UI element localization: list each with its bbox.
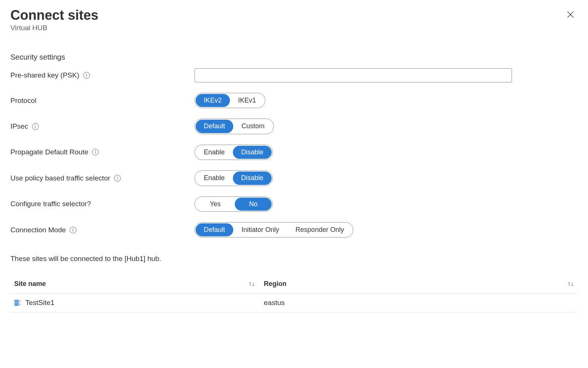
col-header-site-name[interactable]: Site name xyxy=(14,280,46,288)
row-configure-selector: Configure traffic selector? Yes No xyxy=(10,196,578,212)
psk-label: Pre-shared key (PSK) xyxy=(10,71,79,79)
connection-mode-option-initiator[interactable]: Initiator Only xyxy=(233,223,287,236)
sites-table: Site name ↑↓ Region ↑↓ xyxy=(10,275,578,312)
connection-mode-option-default[interactable]: Default xyxy=(196,223,233,236)
page-subtitle: Virtual HUB xyxy=(10,24,98,32)
policy-selector-option-enable[interactable]: Enable xyxy=(196,172,233,185)
policy-selector-option-disable[interactable]: Disable xyxy=(233,172,272,185)
svg-rect-3 xyxy=(15,301,16,302)
policy-selector-toggle: Enable Disable xyxy=(195,170,273,186)
protocol-toggle: IKEv2 IKEv1 xyxy=(195,93,265,108)
svg-rect-5 xyxy=(15,302,16,303)
connection-mode-label: Connection Mode xyxy=(10,226,66,234)
protocol-option-ikev1[interactable]: IKEv1 xyxy=(230,94,264,107)
propagate-option-disable[interactable]: Disable xyxy=(233,146,272,159)
row-protocol: Protocol IKEv2 IKEv1 xyxy=(10,93,578,108)
site-name-cell: TestSite1 xyxy=(25,299,54,307)
svg-rect-4 xyxy=(17,301,18,302)
connection-mode-toggle: Default Initiator Only Responder Only xyxy=(195,222,353,238)
row-propagate: Propagate Default Route i Enable Disable xyxy=(10,145,578,160)
site-icon xyxy=(14,299,22,306)
protocol-label: Protocol xyxy=(10,97,37,105)
row-policy-selector: Use policy based traffic selector i Enab… xyxy=(10,170,578,186)
propagate-label: Propagate Default Route xyxy=(10,148,88,156)
configure-selector-toggle: Yes No xyxy=(195,196,273,212)
sort-icon[interactable]: ↑↓ xyxy=(249,280,255,288)
section-title: Security settings xyxy=(10,53,578,62)
psk-input[interactable] xyxy=(195,68,512,82)
propagate-toggle: Enable Disable xyxy=(195,145,273,160)
ipsec-toggle: Default Custom xyxy=(195,119,274,134)
svg-rect-8 xyxy=(17,303,18,305)
info-icon[interactable]: i xyxy=(70,227,76,233)
svg-rect-7 xyxy=(15,303,16,305)
row-ipsec: IPsec i Default Custom xyxy=(10,119,578,134)
svg-rect-6 xyxy=(17,302,18,303)
col-header-region[interactable]: Region xyxy=(264,280,287,288)
info-icon[interactable]: i xyxy=(92,149,99,155)
policy-selector-label: Use policy based traffic selector xyxy=(10,174,110,182)
ipsec-option-default[interactable]: Default xyxy=(196,120,233,133)
info-icon[interactable]: i xyxy=(83,72,90,79)
svg-rect-2 xyxy=(15,300,19,306)
row-psk: Pre-shared key (PSK) i xyxy=(10,68,578,82)
site-region-cell: eastus xyxy=(264,299,285,307)
close-button[interactable] xyxy=(563,7,578,22)
sort-icon[interactable]: ↑↓ xyxy=(568,280,574,288)
ipsec-option-custom[interactable]: Custom xyxy=(233,120,273,133)
protocol-option-ikev2[interactable]: IKEv2 xyxy=(196,94,230,107)
configure-selector-option-no[interactable]: No xyxy=(235,198,272,211)
info-icon[interactable]: i xyxy=(32,123,39,130)
connection-mode-option-responder[interactable]: Responder Only xyxy=(287,223,352,236)
configure-selector-label: Configure traffic selector? xyxy=(10,200,91,208)
table-row[interactable]: TestSite1 eastus xyxy=(10,293,578,312)
row-connection-mode: Connection Mode i Default Initiator Only… xyxy=(10,222,578,238)
ipsec-label: IPsec xyxy=(10,122,28,130)
propagate-option-enable[interactable]: Enable xyxy=(196,146,233,159)
info-icon[interactable]: i xyxy=(114,175,121,182)
close-icon xyxy=(566,10,575,19)
configure-selector-option-yes[interactable]: Yes xyxy=(196,198,235,211)
page-title: Connect sites xyxy=(10,7,98,23)
hub-note: These sites will be connected to the [Hu… xyxy=(10,255,578,263)
